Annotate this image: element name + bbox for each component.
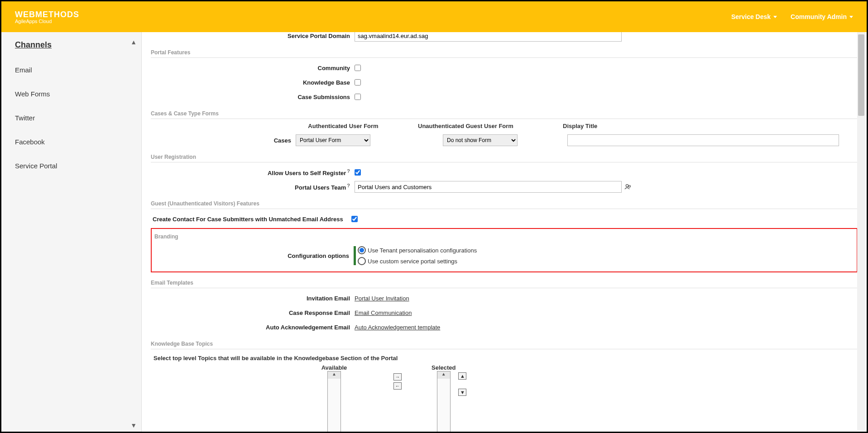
branding-header: Branding <box>154 231 854 242</box>
allow-self-register-label: Allow Users to Self Register? <box>151 168 355 176</box>
community-admin-label: Community Admin <box>791 13 847 20</box>
portal-users-team-input[interactable] <box>355 181 622 193</box>
move-right-button[interactable]: → <box>393 373 402 381</box>
help-icon[interactable]: ? <box>347 168 350 174</box>
auto-ack-email-label: Auto Acknowledgement Email <box>151 324 355 331</box>
config-opt-custom-label: Use custom service portal settings <box>368 258 457 265</box>
sidebar-item-web-forms[interactable]: Web Forms <box>1 82 141 106</box>
config-opt-custom[interactable]: Use custom service portal settings <box>358 257 457 265</box>
branding-highlight-box: Branding Configuration options Use Tenan… <box>151 228 858 272</box>
chevron-down-icon <box>773 16 777 18</box>
available-label: Available <box>305 364 364 371</box>
auth-form-select[interactable]: Portal User Form <box>296 134 370 146</box>
sidebar-title[interactable]: Channels <box>1 32 141 58</box>
move-down-button[interactable]: ▼ <box>458 389 466 396</box>
invitation-email-link[interactable]: Portal User Invitation <box>355 295 409 302</box>
community-label: Community <box>151 65 355 71</box>
service-portal-domain-input[interactable] <box>355 32 622 42</box>
kb-topics-transfer: Available ▲ ▼ → ← Selected ▲ ▼ <box>151 364 858 432</box>
portal-features-header: Portal Features <box>151 47 858 58</box>
community-checkbox[interactable] <box>355 65 361 71</box>
move-up-button[interactable]: ▲ <box>458 372 466 380</box>
move-left-button[interactable]: ← <box>393 382 402 390</box>
selected-listbox[interactable]: ▲ ▼ <box>437 371 451 432</box>
brand-main: WEBMETHODS <box>15 10 79 19</box>
display-title-input[interactable] <box>567 134 839 146</box>
main-content[interactable]: Service Portal Domain Portal Features Co… <box>142 32 867 432</box>
sidebar-item-facebook[interactable]: Facebook <box>1 130 141 154</box>
config-opt-tenant[interactable]: Use Tenant personalisation configuration… <box>358 246 477 254</box>
invitation-email-label: Invitation Email <box>151 295 355 302</box>
guest-features-header: Guest (Unauthenticated Visitors) Feature… <box>151 198 858 209</box>
create-contact-label: Create Contact For Case Submitters with … <box>151 216 348 223</box>
top-actions: Service Desk Community Admin <box>731 13 853 20</box>
scroll-up-icon[interactable]: ▲ <box>328 371 340 379</box>
auto-ack-email-link[interactable]: Auto Acknowledgement template <box>355 324 440 331</box>
create-contact-checkbox[interactable] <box>351 216 358 222</box>
sidebar-item-service-portal[interactable]: Service Portal <box>1 154 141 178</box>
brand: WEBMETHODS AgileApps Cloud <box>15 10 79 24</box>
service-portal-domain-label: Service Portal Domain <box>151 33 355 39</box>
kb-instruction: Select top level Topics that will be ava… <box>151 353 858 362</box>
knowledge-base-label: Knowledge Base <box>151 79 355 86</box>
community-admin-dropdown[interactable]: Community Admin <box>791 13 853 20</box>
service-desk-dropdown[interactable]: Service Desk <box>731 13 777 20</box>
team-lookup-icon[interactable] <box>624 183 632 190</box>
unauth-form-label: Unauthenticated Guest User Form <box>418 123 545 129</box>
top-bar: WEBMETHODS AgileApps Cloud Service Desk … <box>1 1 867 32</box>
kb-topics-header: Knowledge Base Topics <box>151 338 858 349</box>
case-submissions-checkbox[interactable] <box>355 94 361 100</box>
knowledge-base-checkbox[interactable] <box>355 79 361 86</box>
chevron-down-icon <box>849 16 853 18</box>
user-registration-header: User Registration <box>151 151 858 162</box>
sidebar-item-email[interactable]: Email <box>1 58 141 82</box>
sidebar-item-twitter[interactable]: Twitter <box>1 106 141 130</box>
auth-form-label: Authenticated User Form <box>287 123 400 129</box>
scrollbar-thumb[interactable] <box>858 34 864 116</box>
svg-point-1 <box>628 186 630 187</box>
available-listbox[interactable]: ▲ ▼ <box>327 371 341 432</box>
collapse-icon[interactable]: ▲ <box>130 38 137 46</box>
allow-self-register-checkbox[interactable] <box>355 169 361 176</box>
portal-users-team-label: Portal Users Team? <box>151 183 355 191</box>
scroll-up-icon[interactable]: ▲ <box>437 371 450 379</box>
cases-row-label: Cases <box>151 137 296 144</box>
selected-label: Selected <box>432 364 456 371</box>
sidebar: Channels ▲ Email Web Forms Twitter Faceb… <box>1 32 142 432</box>
email-templates-header: Email Templates <box>151 277 858 288</box>
expand-icon[interactable]: ▼ <box>130 422 137 429</box>
case-submissions-label: Case Submissions <box>151 94 355 100</box>
unauth-form-select[interactable]: Do not show Form <box>443 134 518 146</box>
display-title-label: Display Title <box>563 123 858 129</box>
vertical-scrollbar[interactable] <box>857 32 865 430</box>
svg-point-0 <box>626 185 628 187</box>
case-response-email-label: Case Response Email <box>151 309 355 316</box>
case-response-email-link[interactable]: Email Communication <box>355 309 412 316</box>
config-opt-tenant-label: Use Tenant personalisation configuration… <box>368 247 477 254</box>
cases-header: Cases & Case Type Forms <box>151 108 858 119</box>
service-desk-label: Service Desk <box>731 13 771 20</box>
config-options-label: Configuration options <box>154 252 354 259</box>
help-icon[interactable]: ? <box>347 183 350 188</box>
